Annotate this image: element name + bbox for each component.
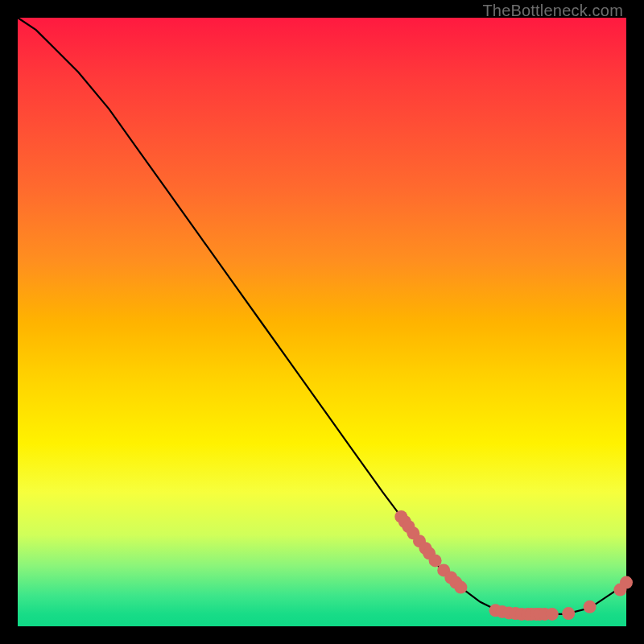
bottleneck-curve	[18, 18, 626, 614]
chart-svg	[18, 18, 626, 626]
data-point	[429, 554, 442, 567]
watermark-text: TheBottleneck.com	[482, 2, 623, 20]
data-point	[562, 607, 575, 620]
data-point	[584, 601, 597, 613]
data-point	[546, 608, 559, 621]
scatter-upper-cluster	[394, 510, 467, 594]
scatter-right-end	[613, 576, 633, 597]
data-point	[620, 576, 633, 589]
data-point	[454, 581, 467, 594]
chart-frame: TheBottleneck.com	[0, 0, 644, 644]
